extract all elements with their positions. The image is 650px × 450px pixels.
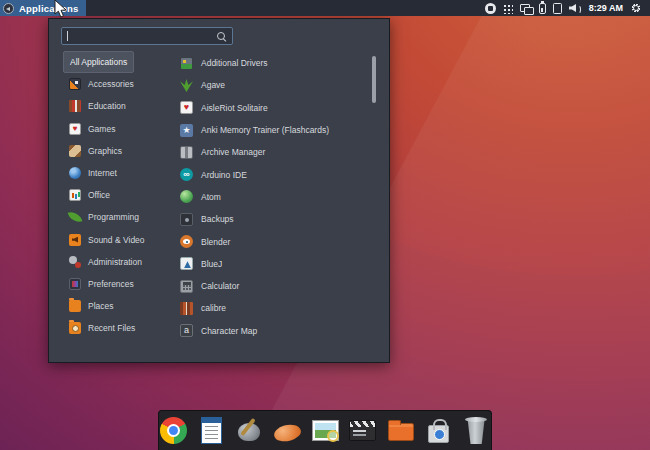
app-item-blender[interactable]: Blender — [180, 230, 372, 252]
category-label: Recent Files — [88, 323, 135, 333]
applications-menu-panel: All Applications Accessories Education G… — [48, 18, 390, 363]
sidebar-item-all-applications[interactable]: All Applications — [63, 51, 134, 73]
category-label: Preferences — [88, 279, 134, 289]
keyboard-layout-icon[interactable] — [503, 4, 513, 14]
accessories-category-icon — [69, 78, 81, 90]
app-label: Blender — [201, 237, 230, 247]
blender-icon — [180, 235, 193, 248]
app-item-arduino-ide[interactable]: Arduino IDE — [180, 163, 372, 185]
category-label: Education — [88, 101, 126, 111]
app-label: Additional Drivers — [201, 58, 268, 68]
category-label: Sound & Video — [88, 235, 145, 245]
image-viewer-icon — [313, 421, 338, 440]
app-label: calibre — [201, 303, 226, 313]
app-list: Additional Drivers Agave AisleRiot Solit… — [180, 52, 372, 342]
app-item-agave[interactable]: Agave — [180, 74, 372, 96]
dock-item-cheese[interactable] — [272, 415, 302, 447]
search-input[interactable] — [70, 31, 216, 41]
video-editor-icon — [349, 420, 376, 441]
games-category-icon — [69, 123, 81, 135]
anki-icon — [180, 124, 193, 137]
files-icon — [388, 423, 414, 441]
gimp-icon — [236, 418, 263, 444]
applications-menu-label: Applications — [19, 3, 78, 14]
applications-menu-button[interactable]: Applications — [0, 0, 86, 16]
writer-icon — [201, 417, 222, 444]
app-item-calculator[interactable]: Calculator — [180, 275, 372, 297]
atom-icon — [180, 190, 193, 203]
places-category-icon — [69, 300, 81, 312]
category-label: Games — [88, 124, 115, 134]
dock-item-writer[interactable] — [197, 415, 227, 447]
additional-drivers-icon — [180, 57, 193, 70]
top-panel: Applications 8:29 AM — [0, 0, 650, 16]
app-item-additional-drivers[interactable]: Additional Drivers — [180, 52, 372, 74]
app-label: Anki Memory Trainer (Flashcards) — [201, 125, 329, 135]
administration-category-icon — [69, 256, 81, 268]
app-item-atom[interactable]: Atom — [180, 186, 372, 208]
sidebar-item-sound-video[interactable]: Sound & Video — [63, 229, 151, 251]
app-item-archive-manager[interactable]: Archive Manager — [180, 141, 372, 163]
category-label: All Applications — [70, 57, 127, 67]
sidebar-item-office[interactable]: Office — [63, 184, 116, 206]
category-label: Office — [88, 190, 110, 200]
sidebar-item-administration[interactable]: Administration — [63, 251, 148, 273]
programming-category-icon — [68, 210, 83, 225]
dock-item-chrome[interactable] — [159, 415, 189, 447]
battery-icon[interactable] — [539, 3, 546, 14]
chrome-icon — [160, 417, 187, 444]
preferences-category-icon — [69, 278, 81, 290]
app-item-character-map[interactable]: Character Map — [180, 320, 372, 342]
dock-item-software-center[interactable] — [423, 415, 453, 447]
sidebar-item-recent-files[interactable]: Recent Files — [63, 317, 141, 339]
app-label: Archive Manager — [201, 147, 265, 157]
app-item-backups[interactable]: Backups — [180, 208, 372, 230]
app-item-aisleriot-solitaire[interactable]: AisleRiot Solitaire — [180, 97, 372, 119]
dock-item-image-viewer[interactable] — [310, 415, 340, 447]
search-box[interactable] — [61, 27, 233, 45]
dock-item-gimp[interactable] — [235, 415, 265, 447]
clipboard-icon[interactable] — [553, 3, 562, 14]
character-map-icon — [180, 324, 193, 337]
education-category-icon — [69, 100, 81, 112]
sidebar-item-places[interactable]: Places — [63, 295, 120, 317]
sidebar-item-games[interactable]: Games — [63, 118, 121, 140]
aisleriot-icon — [180, 101, 193, 114]
sidebar-item-internet[interactable]: Internet — [63, 162, 123, 184]
sidebar-item-programming[interactable]: Programming — [63, 206, 145, 228]
sound-video-category-icon — [69, 234, 81, 246]
office-category-icon — [69, 189, 81, 201]
sidebar-item-preferences[interactable]: Preferences — [63, 273, 140, 295]
app-label: Arduino IDE — [201, 170, 247, 180]
app-item-calibre[interactable]: calibre — [180, 297, 372, 319]
dock-item-files[interactable] — [386, 415, 416, 447]
chat-icon[interactable] — [520, 3, 532, 14]
cheese-icon — [272, 421, 302, 444]
volume-icon[interactable] — [569, 2, 582, 14]
internet-category-icon — [69, 167, 81, 179]
app-list-scrollbar[interactable] — [372, 56, 376, 103]
dock-item-trash[interactable] — [461, 415, 491, 447]
sidebar-item-accessories[interactable]: Accessories — [63, 73, 140, 95]
desktop: Applications 8:29 AM All Applications Ac… — [0, 0, 650, 450]
session-gear-icon[interactable] — [630, 2, 642, 14]
distributor-logo-icon — [3, 3, 14, 14]
category-label: Internet — [88, 168, 117, 178]
calibre-icon — [180, 302, 193, 315]
category-label: Administration — [88, 257, 142, 267]
app-label: Character Map — [201, 326, 257, 336]
sidebar-item-graphics[interactable]: Graphics — [63, 140, 128, 162]
agave-icon — [180, 79, 193, 92]
archive-manager-icon — [180, 146, 193, 159]
app-item-bluej[interactable]: BlueJ — [180, 253, 372, 275]
messenger-icon[interactable] — [485, 3, 496, 14]
backups-icon — [180, 213, 193, 226]
app-label: Backups — [201, 214, 234, 224]
app-item-anki-memory-trainer-flashcards[interactable]: Anki Memory Trainer (Flashcards) — [180, 119, 372, 141]
clock[interactable]: 8:29 AM — [589, 3, 623, 13]
dock-item-video-editor[interactable] — [348, 415, 378, 447]
text-caret — [67, 31, 68, 41]
arduino-ide-icon — [180, 168, 193, 181]
category-label: Programming — [88, 212, 139, 222]
sidebar-item-education[interactable]: Education — [63, 95, 132, 117]
